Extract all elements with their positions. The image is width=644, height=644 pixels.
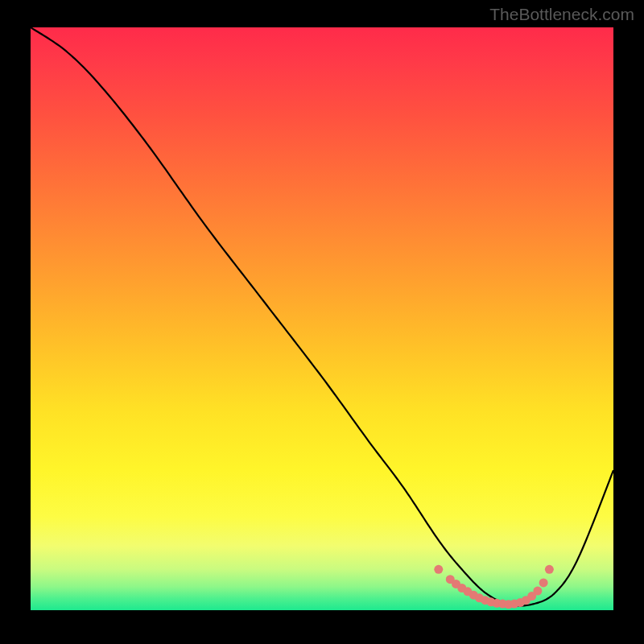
marker-dot [533,587,542,596]
watermark-text: TheBottleneck.com [489,5,634,24]
marker-dot [545,565,554,574]
marker-dot [434,565,443,574]
plot-area [31,27,613,610]
curve-line [31,27,613,606]
marker-dots [434,565,554,609]
marker-dot [539,578,548,587]
chart-svg [31,27,613,610]
